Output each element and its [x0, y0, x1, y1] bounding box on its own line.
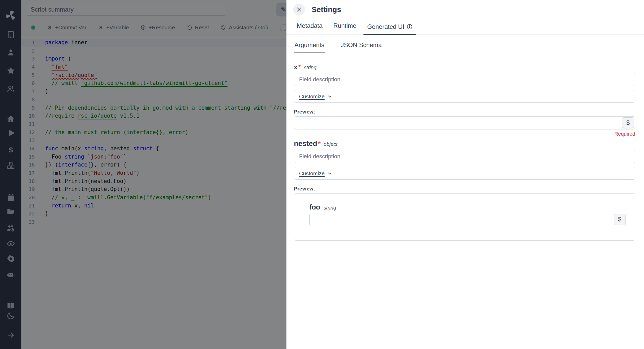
chevron-down-icon: [327, 171, 332, 176]
variable-picker-button[interactable]: $: [622, 117, 634, 128]
preview-label: Preview:: [294, 186, 635, 192]
close-icon[interactable]: [293, 4, 305, 15]
info-icon: [406, 24, 413, 30]
drawer-header: Settings: [286, 0, 644, 19]
field-x-preview-input[interactable]: [294, 116, 635, 129]
child-foo-input-wrap: $: [309, 213, 627, 226]
chevron-down-icon: [327, 94, 332, 99]
field-nested-header: nested * object: [294, 139, 635, 148]
arguments-panel: x * string Customize Preview: $ Required…: [286, 64, 644, 241]
generated-ui-subtabs: Arguments JSON Schema: [286, 41, 644, 53]
subtab-json-schema[interactable]: JSON Schema: [340, 41, 382, 53]
customize-link[interactable]: Customize: [299, 93, 325, 100]
field-name: foo: [309, 203, 320, 211]
settings-drawer: Settings Metadata Runtime Generated UI A…: [286, 0, 644, 349]
tab-runtime[interactable]: Runtime: [330, 22, 360, 34]
child-foo-input[interactable]: [309, 213, 627, 226]
required-message: Required: [294, 131, 635, 137]
subtab-arguments[interactable]: Arguments: [294, 41, 325, 53]
field-nested-customize: Customize: [294, 167, 635, 180]
field-x-customize: Customize: [294, 90, 635, 103]
field-nested-description-input[interactable]: [294, 150, 635, 163]
field-type: string: [304, 65, 317, 71]
field-type: object: [324, 141, 337, 147]
preview-label: Preview:: [294, 109, 635, 115]
variable-picker-button[interactable]: $: [614, 214, 626, 225]
field-name: nested: [294, 139, 317, 148]
field-type: string: [324, 205, 336, 211]
drawer-title: Settings: [312, 5, 341, 14]
required-star: *: [298, 64, 301, 71]
child-foo-header: foo string: [309, 203, 627, 211]
field-name: x: [294, 64, 297, 71]
settings-tabs: Metadata Runtime Generated UI: [286, 19, 644, 35]
app-root: $ ✎ $+Context Var$+Variable+ResourceRese…: [0, 0, 644, 349]
field-x-header: x * string: [294, 64, 635, 71]
required-star: *: [318, 140, 320, 147]
tab-metadata[interactable]: Metadata: [293, 22, 326, 34]
field-x-preview: $: [294, 116, 635, 129]
tab-generated-ui[interactable]: Generated UI: [363, 23, 416, 35]
nested-object-preview: foo string $: [294, 193, 635, 241]
modal-overlay[interactable]: [0, 0, 286, 349]
field-x-description-input[interactable]: [294, 73, 635, 86]
customize-link[interactable]: Customize: [299, 170, 325, 177]
